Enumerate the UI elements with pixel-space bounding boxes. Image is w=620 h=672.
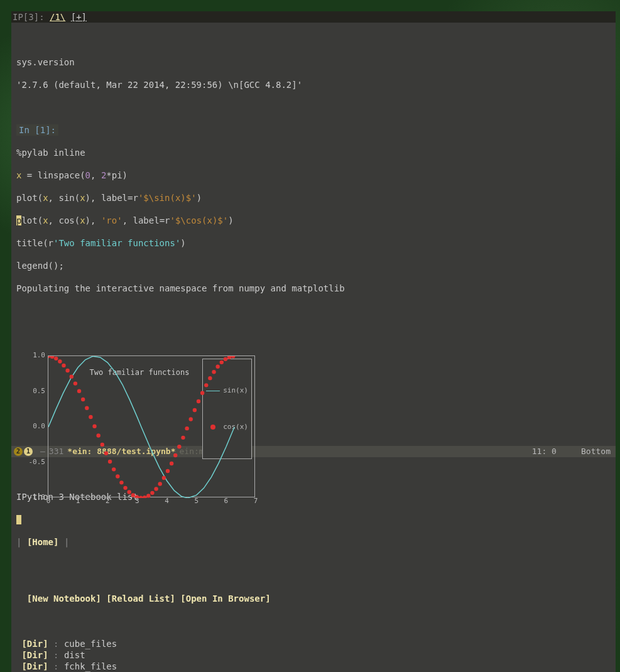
- svg-point-18: [116, 474, 119, 478]
- svg-point-38: [193, 408, 197, 412]
- code-line[interactable]: x = linspace(0, 2*pi): [16, 170, 611, 181]
- plot-area: sin(x) cos(x) 01234567: [48, 355, 255, 497]
- svg-point-17: [112, 467, 116, 471]
- svg-point-10: [85, 406, 89, 410]
- list-item[interactable]: [Dir] : dist: [16, 649, 611, 661]
- svg-point-46: [224, 357, 227, 361]
- new-notebook-button[interactable]: [New Notebook]: [27, 593, 101, 604]
- code-line[interactable]: title(r'Two familiar functions'): [16, 237, 611, 249]
- code-line[interactable]: legend();: [16, 260, 611, 271]
- svg-point-29: [158, 482, 162, 485]
- svg-point-22: [131, 493, 135, 497]
- svg-point-5: [65, 369, 69, 372]
- svg-point-26: [146, 494, 150, 497]
- svg-point-23: [135, 495, 139, 498]
- notebook-editor-pane[interactable]: sys.version '2.7.6 (default, Mar 22 2014…: [11, 23, 616, 446]
- svg-point-25: [143, 496, 146, 498]
- code-line[interactable]: plot(x, sin(x), label=r'$\sin(x)$'): [16, 192, 611, 203]
- svg-point-0: [48, 356, 50, 358]
- svg-point-19: [119, 480, 123, 484]
- svg-point-14: [101, 443, 104, 447]
- svg-point-12: [92, 425, 96, 428]
- svg-point-7: [73, 381, 77, 385]
- svg-point-24: [139, 496, 143, 498]
- svg-point-4: [62, 364, 65, 367]
- svg-point-20: [123, 486, 127, 490]
- svg-point-3: [58, 359, 62, 363]
- svg-point-32: [170, 462, 173, 465]
- svg-point-6: [70, 374, 73, 378]
- svg-point-40: [200, 391, 204, 395]
- svg-point-45: [220, 360, 224, 364]
- svg-point-37: [189, 417, 193, 421]
- svg-point-27: [150, 491, 154, 495]
- output-line: sys.version: [16, 57, 611, 68]
- open-browser-button[interactable]: [Open In Browser]: [180, 593, 270, 604]
- svg-point-15: [104, 452, 108, 455]
- svg-point-1: [50, 356, 54, 359]
- svg-point-42: [208, 376, 212, 380]
- reload-list-button[interactable]: [Reload List]: [106, 593, 175, 604]
- svg-point-8: [77, 389, 81, 393]
- svg-point-9: [81, 398, 85, 401]
- svg-point-28: [154, 487, 158, 490]
- tab-bar: IP[3]: /1\ [+]: [11, 11, 616, 23]
- output-line: Populating the interactive namespace fro…: [16, 283, 611, 294]
- svg-point-16: [108, 460, 112, 463]
- svg-point-47: [227, 356, 231, 359]
- svg-point-30: [162, 476, 166, 480]
- svg-point-43: [212, 370, 215, 374]
- svg-point-33: [173, 453, 177, 457]
- output-line: '2.7.6 (default, Mar 22 2014, 22:59:56) …: [16, 79, 611, 90]
- svg-point-34: [177, 445, 181, 448]
- code-line[interactable]: %pylab inline: [16, 147, 611, 158]
- svg-point-13: [96, 433, 100, 437]
- svg-point-36: [185, 426, 188, 430]
- svg-point-41: [204, 383, 208, 387]
- svg-point-44: [215, 365, 219, 369]
- svg-point-11: [89, 415, 92, 419]
- tab-count: IP[3]:: [13, 12, 45, 22]
- home-link[interactable]: [Home]: [27, 537, 59, 547]
- list-item[interactable]: [Dir] : cube_files: [16, 638, 611, 649]
- svg-point-21: [128, 490, 131, 494]
- cursor: [16, 515, 21, 524]
- svg-point-48: [231, 356, 235, 359]
- tab-new-button[interactable]: [+]: [71, 12, 87, 22]
- svg-point-39: [197, 399, 200, 403]
- tab-active[interactable]: /1\: [50, 12, 65, 22]
- code-line[interactable]: plot(x, cos(x), 'ro', label=r'$\cos(x)$'…: [16, 215, 611, 226]
- list-item[interactable]: [Dir] : fchk_files: [16, 661, 611, 672]
- svg-point-2: [54, 357, 58, 360]
- cell-prompt: In [1]:: [16, 124, 58, 136]
- svg-point-35: [181, 436, 185, 440]
- svg-point-31: [166, 469, 170, 473]
